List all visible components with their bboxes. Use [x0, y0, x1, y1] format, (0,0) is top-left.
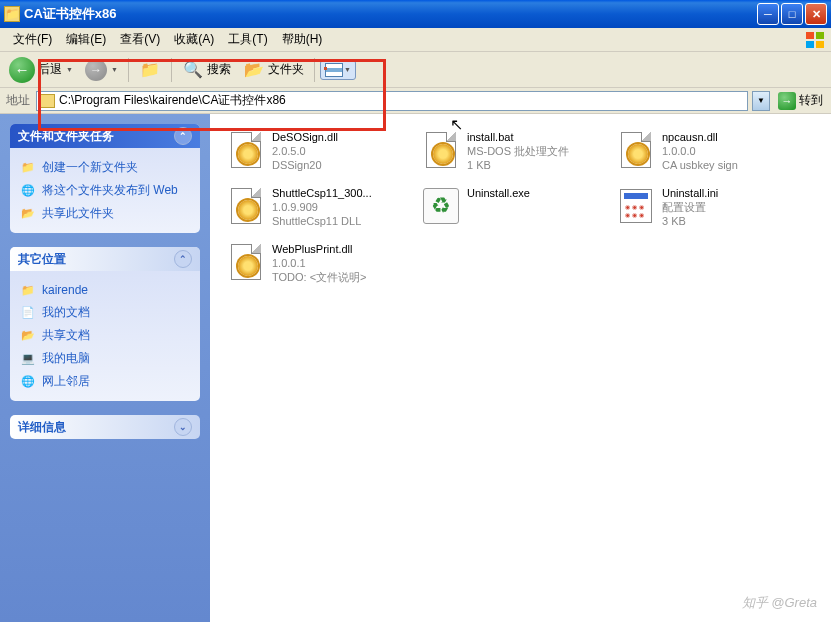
maximize-button[interactable]: □ — [781, 3, 803, 25]
expand-icon[interactable]: ⌄ — [174, 418, 192, 436]
go-arrow-icon: → — [778, 92, 796, 110]
windows-logo-icon — [805, 31, 827, 49]
sidebar: 文件和文件夹任务 ⌃ 📁 创建一个新文件夹 🌐 将这个文件夹发布到 Web 📂 … — [0, 114, 210, 622]
search-icon: 🔍 — [182, 59, 204, 81]
file-meta-2: TODO: <文件说明> — [272, 270, 367, 284]
file-meta-1: 2.0.5.0 — [272, 144, 338, 158]
sidebar-link[interactable]: 📁 创建一个新文件夹 — [20, 156, 190, 179]
file-type-icon — [226, 130, 266, 170]
file-item[interactable]: Uninstall.ini 配置设置 3 KB — [612, 182, 807, 232]
file-info: WebPlusPrint.dll 1.0.0.1 TODO: <文件说明> — [272, 242, 367, 284]
go-label: 转到 — [799, 92, 823, 109]
link-icon: 📂 — [20, 206, 36, 222]
address-input[interactable]: C:\Program Files\kairende\CA证书控件x86 — [36, 91, 748, 111]
address-dropdown[interactable]: ▼ — [752, 91, 770, 111]
menu-favorites[interactable]: 收藏(A) — [167, 29, 221, 50]
go-button[interactable]: → 转到 — [774, 90, 827, 112]
menu-help[interactable]: 帮助(H) — [275, 29, 330, 50]
link-label: kairende — [42, 283, 88, 297]
sidebar-link[interactable]: 💻 我的电脑 — [20, 347, 190, 370]
sidebar-link[interactable]: 📂 共享文档 — [20, 324, 190, 347]
file-type-icon — [616, 130, 656, 170]
details-panel: 详细信息 ⌄ — [10, 415, 200, 439]
file-info: install.bat MS-DOS 批处理文件 1 KB — [467, 130, 569, 172]
search-button[interactable]: 🔍 搜索 — [177, 56, 236, 84]
file-list-area[interactable]: DeSOSign.dll 2.0.5.0 DSSign20 install.ba… — [210, 114, 831, 622]
window-title: CA证书控件x86 — [24, 5, 757, 23]
details-header[interactable]: 详细信息 ⌄ — [10, 415, 200, 439]
menu-edit[interactable]: 编辑(E) — [59, 29, 113, 50]
tasks-panel: 文件和文件夹任务 ⌃ 📁 创建一个新文件夹 🌐 将这个文件夹发布到 Web 📂 … — [10, 124, 200, 233]
file-name: Uninstall.exe — [467, 186, 530, 200]
sidebar-link[interactable]: 📄 我的文档 — [20, 301, 190, 324]
sidebar-link[interactable]: 🌐 将这个文件夹发布到 Web — [20, 179, 190, 202]
link-icon: 💻 — [20, 351, 36, 367]
file-info: npcausn.dll 1.0.0.0 CA usbkey sign — [662, 130, 738, 172]
folders-button[interactable]: 📂 文件夹 — [238, 56, 309, 84]
up-button[interactable]: 📁 — [134, 56, 166, 84]
link-icon: 📁 — [20, 160, 36, 176]
forward-button[interactable]: → ▼ — [80, 56, 123, 84]
file-item[interactable]: ♻ Uninstall.exe — [417, 182, 612, 232]
places-title: 其它位置 — [18, 251, 66, 268]
back-label: 后退 — [38, 61, 62, 78]
file-item[interactable]: npcausn.dll 1.0.0.0 CA usbkey sign — [612, 126, 807, 176]
toolbar: ← 后退 ▼ → ▼ 📁 🔍 搜索 📂 文件夹 ▼ — [0, 52, 831, 88]
file-name: DeSOSign.dll — [272, 130, 338, 144]
link-icon: 📂 — [20, 328, 36, 344]
file-info: DeSOSign.dll 2.0.5.0 DSSign20 — [272, 130, 338, 172]
back-button[interactable]: ← 后退 ▼ — [4, 54, 78, 86]
file-info: Uninstall.ini 配置设置 3 KB — [662, 186, 718, 228]
file-item[interactable]: install.bat MS-DOS 批处理文件 1 KB — [417, 126, 612, 176]
file-meta-1: MS-DOS 批处理文件 — [467, 144, 569, 158]
link-icon: 🌐 — [20, 374, 36, 390]
menu-view[interactable]: 查看(V) — [113, 29, 167, 50]
places-header[interactable]: 其它位置 ⌃ — [10, 247, 200, 271]
file-item[interactable]: ShuttleCsp11_300... 1.0.9.909 ShuttleCsp… — [222, 182, 417, 232]
folders-icon: 📂 — [243, 59, 265, 81]
menu-file[interactable]: 文件(F) — [6, 29, 59, 50]
menu-bar: 文件(F) 编辑(E) 查看(V) 收藏(A) 工具(T) 帮助(H) — [0, 28, 831, 52]
folder-icon: 📁 — [4, 6, 20, 22]
watermark: 知乎 @Greta — [742, 594, 817, 612]
file-name: install.bat — [467, 130, 569, 144]
file-name: Uninstall.ini — [662, 186, 718, 200]
views-button[interactable]: ▼ — [320, 60, 356, 80]
link-icon: 🌐 — [20, 183, 36, 199]
file-meta-1: 1.0.9.909 — [272, 200, 372, 214]
sidebar-link[interactable]: 📂 共享此文件夹 — [20, 202, 190, 225]
file-info: ShuttleCsp11_300... 1.0.9.909 ShuttleCsp… — [272, 186, 372, 228]
link-icon: 📄 — [20, 305, 36, 321]
collapse-icon[interactable]: ⌃ — [174, 127, 192, 145]
collapse-icon[interactable]: ⌃ — [174, 250, 192, 268]
file-meta-2: 1 KB — [467, 158, 569, 172]
file-item[interactable]: DeSOSign.dll 2.0.5.0 DSSign20 — [222, 126, 417, 176]
details-title: 详细信息 — [18, 419, 66, 436]
folder-up-icon: 📁 — [139, 59, 161, 81]
minimize-button[interactable]: ─ — [757, 3, 779, 25]
address-bar: 地址 C:\Program Files\kairende\CA证书控件x86 ▼… — [0, 88, 831, 114]
file-type-icon — [226, 186, 266, 226]
address-label: 地址 — [4, 92, 32, 109]
file-type-icon: ♻ — [421, 186, 461, 226]
link-label: 将这个文件夹发布到 Web — [42, 182, 178, 199]
file-meta-2: CA usbkey sign — [662, 158, 738, 172]
tasks-title: 文件和文件夹任务 — [18, 128, 114, 145]
file-type-icon — [421, 130, 461, 170]
link-label: 共享此文件夹 — [42, 205, 114, 222]
sidebar-link[interactable]: 📁 kairende — [20, 279, 190, 301]
tasks-header[interactable]: 文件和文件夹任务 ⌃ — [10, 124, 200, 148]
file-info: Uninstall.exe — [467, 186, 530, 200]
link-label: 创建一个新文件夹 — [42, 159, 138, 176]
close-button[interactable]: ✕ — [805, 3, 827, 25]
file-meta-2: ShuttleCsp11 DLL — [272, 214, 372, 228]
file-item[interactable]: WebPlusPrint.dll 1.0.0.1 TODO: <文件说明> — [222, 238, 417, 288]
link-label: 我的电脑 — [42, 350, 90, 367]
menu-tools[interactable]: 工具(T) — [221, 29, 274, 50]
file-meta-1: 配置设置 — [662, 200, 718, 214]
folders-label: 文件夹 — [268, 61, 304, 78]
sidebar-link[interactable]: 🌐 网上邻居 — [20, 370, 190, 393]
file-name: npcausn.dll — [662, 130, 738, 144]
file-type-icon — [226, 242, 266, 282]
file-type-icon — [616, 186, 656, 226]
